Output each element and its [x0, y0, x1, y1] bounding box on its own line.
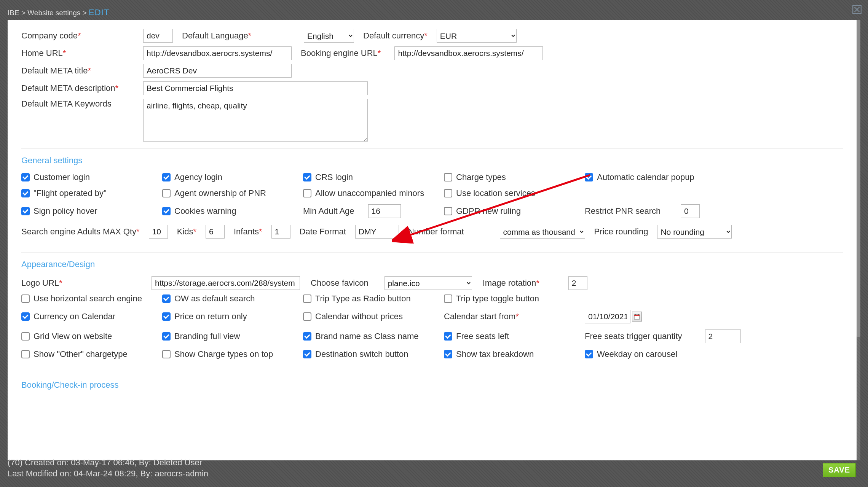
adults-max-input[interactable] [149, 225, 168, 239]
checkbox-label-show-charge-top: Show Charge types on top [174, 349, 273, 359]
number-format-select[interactable]: comma as thousand [500, 225, 585, 239]
checkbox-label-flight-operated-by: "Flight operated by" [34, 188, 107, 198]
breadcrumb-website-settings[interactable]: Website settings [27, 9, 80, 17]
section-booking: Booking/Check-in process [21, 380, 843, 390]
image-rotation-label: Image rotation [483, 278, 536, 288]
price-rounding-label: Price rounding [594, 227, 648, 237]
checkbox-label-dest-switch: Destination switch button [315, 349, 408, 359]
checkbox-weekday-carousel[interactable] [585, 350, 593, 358]
home-url-input[interactable] [143, 46, 292, 60]
checkbox-customer-login[interactable] [21, 173, 30, 181]
checkbox-flight-operated-by[interactable] [21, 189, 30, 197]
checkbox-agency-login[interactable] [162, 173, 171, 181]
company-code-input[interactable] [143, 29, 173, 43]
breadcrumb-ibe[interactable]: IBE [8, 9, 19, 17]
logo-url-label: Logo URL [21, 278, 59, 288]
meta-title-input[interactable] [143, 64, 292, 78]
checkbox-label-auto-calendar: Automatic calendar popup [597, 172, 694, 182]
checkbox-label-brand-class: Brand name as Class name [315, 331, 418, 341]
save-button[interactable]: SAVE [823, 463, 856, 477]
meta-description-input[interactable] [143, 81, 368, 95]
checkbox-location-services[interactable] [444, 189, 452, 197]
checkbox-show-charge-top[interactable] [162, 350, 171, 358]
checkbox-label-cookies-warning: Cookies warning [174, 206, 236, 216]
checkbox-free-seats[interactable] [444, 332, 452, 341]
checkbox-allow-minors[interactable] [303, 189, 311, 197]
logo-url-input[interactable] [152, 276, 300, 290]
kids-input[interactable] [206, 225, 225, 239]
checkbox-horizontal-search[interactable] [21, 294, 30, 303]
section-appearance: Appearance/Design [21, 259, 843, 269]
checkbox-grid-view[interactable] [21, 332, 30, 341]
checkbox-label-price-return: Price on return only [174, 312, 247, 321]
checkbox-ow-default[interactable] [162, 294, 171, 303]
checkbox-auto-calendar[interactable] [585, 173, 593, 181]
meta-keywords-textarea[interactable] [143, 99, 368, 142]
default-language-select[interactable]: English [304, 29, 354, 43]
checkbox-show-other-chargetype[interactable] [21, 350, 30, 358]
price-rounding-select[interactable]: No rounding [657, 225, 732, 239]
checkbox-label-agency-login: Agency login [174, 172, 222, 182]
checkbox-label-show-other-chargetype: Show "Other" chargetype [34, 349, 128, 359]
breadcrumb-edit: EDIT [89, 8, 109, 17]
checkbox-label-tax-breakdown: Show tax breakdown [456, 349, 534, 359]
footer-created: (70) Created on: 03-May-17 06:46, By: De… [8, 457, 208, 468]
checkbox-currency-calendar[interactable] [21, 312, 30, 321]
checkbox-label-currency-calendar: Currency on Calendar [34, 312, 115, 321]
date-format-input[interactable] [355, 225, 399, 239]
checkbox-label-horizontal-search: Use horizontal search engine [34, 294, 142, 304]
checkbox-branding-full[interactable] [162, 332, 171, 341]
default-currency-select[interactable]: EUR [437, 29, 517, 43]
favicon-select[interactable]: plane.ico [385, 276, 472, 290]
breadcrumb: IBE > Website settings > EDIT [8, 8, 109, 18]
checkbox-trip-toggle[interactable] [444, 294, 452, 303]
checkbox-charge-types[interactable] [444, 173, 452, 181]
calendar-icon[interactable] [632, 312, 642, 321]
settings-panel: Company code* Default Language* English … [8, 20, 857, 460]
checkbox-agent-ownership[interactable] [162, 189, 171, 197]
free-seats-trigger-input[interactable] [705, 329, 741, 343]
min-adult-age-label: Min Adult Age [303, 206, 354, 216]
checkbox-label-branding-full: Branding full view [174, 331, 240, 341]
checkbox-label-trip-radio: Trip Type as Radio button [315, 294, 411, 304]
checkbox-tax-breakdown[interactable] [444, 350, 452, 358]
booking-engine-url-input[interactable] [394, 46, 543, 60]
checkbox-label-weekday-carousel: Weekday on carousel [597, 349, 677, 359]
scrollbar[interactable] [857, 20, 860, 460]
company-code-label: Company code [21, 31, 78, 40]
section-general-settings: General settings [21, 156, 843, 166]
image-rotation-input[interactable] [568, 276, 587, 290]
checkbox-cookies-warning[interactable] [162, 207, 171, 215]
checkbox-label-ow-default: OW as default search [174, 294, 255, 304]
checkbox-label-gdpr: GDPR new ruling [456, 206, 521, 216]
min-adult-age-input[interactable] [368, 204, 401, 218]
checkbox-label-charge-types: Charge types [456, 172, 506, 182]
checkbox-dest-switch[interactable] [303, 350, 311, 358]
kids-label: Kids [177, 227, 193, 236]
checkbox-brand-class[interactable] [303, 332, 311, 341]
infants-input[interactable] [271, 225, 290, 239]
checkbox-label-trip-toggle: Trip type toggle button [456, 294, 539, 304]
adults-max-label: Search engine Adults MAX Qty [21, 227, 136, 236]
checkbox-price-return[interactable] [162, 312, 171, 321]
calendar-start-label: Calendar start from [444, 312, 515, 321]
restrict-pnr-input[interactable] [681, 204, 700, 218]
checkbox-label-customer-login: Customer login [34, 172, 90, 182]
calendar-start-input[interactable] [585, 310, 630, 323]
checkbox-label-calendar-no-prices: Calendar without prices [315, 312, 403, 321]
checkbox-crs-login[interactable] [303, 173, 311, 181]
checkbox-label-allow-minors: Allow unaccompanied minors [315, 188, 424, 198]
meta-description-label: Default META description [21, 83, 115, 93]
checkbox-label-crs-login: CRS login [315, 172, 353, 182]
meta-title-label: Default META title [21, 66, 88, 75]
checkbox-gdpr[interactable] [444, 207, 452, 215]
scrollbar-thumb[interactable] [857, 20, 860, 337]
home-url-label: Home URL [21, 48, 63, 58]
checkbox-sign-policy-hover[interactable] [21, 207, 30, 215]
close-icon[interactable] [851, 4, 863, 15]
checkbox-calendar-no-prices[interactable] [303, 312, 311, 321]
free-seats-trigger-label: Free seats trigger quantity [585, 331, 682, 341]
default-currency-label: Default currency [363, 31, 424, 40]
checkbox-trip-radio[interactable] [303, 294, 311, 303]
infants-label: Infants [234, 227, 259, 236]
